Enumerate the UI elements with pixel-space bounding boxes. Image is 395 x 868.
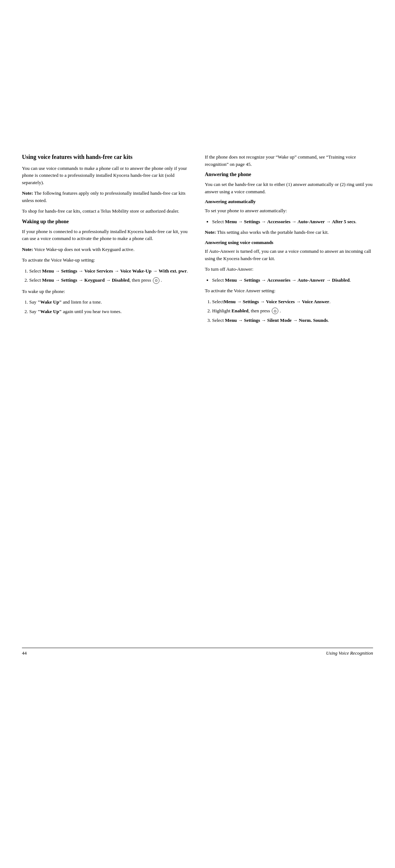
page: Using voice features with hands-free car… (0, 0, 395, 868)
step1-voiceservices: Voice Services (84, 268, 113, 274)
wake-step2-bold: "Wake Up" (38, 309, 62, 314)
section-voice-features-body1: You can use voice commands to make a pho… (22, 165, 190, 186)
wake-step1-bold: "Wake Up" (38, 299, 62, 305)
section-waking-up: Waking up the phone If your phone is con… (22, 218, 190, 315)
answering-auto-bullet: Select Menu → Settings → Accessories → A… (212, 218, 373, 225)
auto-after5secs: After 5 secs (332, 219, 356, 224)
section-waking-body1: If your phone is connected to a professi… (22, 228, 190, 242)
answering-phone-body: You can set the hands-free car kit to ei… (205, 181, 373, 195)
ok-button-icon: ⊙ (153, 277, 159, 284)
section-waking-note1: Note: Voice Wake-up does not work with K… (22, 246, 190, 253)
section-answering-auto: Answering automatically To set your phon… (205, 199, 373, 236)
wake-step-2: Say "Wake Up" again until you hear two t… (29, 308, 190, 315)
left-column: Using voice features with hands-free car… (22, 153, 190, 319)
note1-text: The following features apply only to pro… (22, 190, 185, 203)
turn-off-intro: To turn off Auto-Answer: (205, 266, 373, 273)
right-column: If the phone does not recognize your “Wa… (205, 153, 373, 328)
step1-settings: Settings (61, 268, 77, 274)
step2-keyguard: Keyguard (84, 277, 105, 283)
auto-note-text: This setting also works wih the portable… (216, 229, 328, 235)
auto-settings: Settings (244, 219, 260, 224)
footer-page-number: 44 (22, 650, 27, 656)
answering-auto-title: Answering automatically (205, 199, 373, 205)
section-answering-phone: Answering the phone You can set the hand… (205, 171, 373, 195)
ok-button-icon2: ⊙ (272, 308, 278, 314)
waking-step-1: Select Menu → Settings → Voice Services … (29, 267, 190, 275)
off-menu: Menu (225, 277, 237, 283)
two-column-layout: Using voice features with hands-free car… (22, 153, 373, 328)
step2-menu: Menu (42, 277, 54, 283)
vs3-silentmode: Silent Mode (267, 317, 292, 323)
auto-note-label: Note: (205, 229, 216, 235)
answering-voice-title: Answering using voice commands (205, 240, 373, 246)
waking-intro: To activate the Voice Wake-up setting: (22, 256, 190, 264)
off-settings: Settings (244, 277, 260, 283)
section-waking-title: Waking up the phone (22, 218, 190, 225)
right-intro-text: If the phone does not recognize your “Wa… (205, 153, 373, 168)
auto-menu: Menu (225, 219, 237, 224)
waking-steps-list: Select Menu → Settings → Voice Services … (29, 267, 190, 284)
turn-off-list: Select Menu → Settings → Accessories → A… (212, 277, 373, 284)
voice-answer-steps: SelectMenu → Settings → Voice Services →… (212, 298, 373, 324)
step1-menu: Menu (42, 268, 54, 274)
waking-note-text: Voice Wake-up does not work with Keyguar… (33, 247, 134, 252)
auto-accessories: Accessories (267, 219, 291, 224)
section-voice-features-title: Using voice features with hands-free car… (22, 153, 190, 161)
vs1-voiceanswer: Voice Answer (302, 299, 329, 304)
content-area: Using voice features with hands-free car… (0, 0, 395, 350)
step2-disabled: Disabled (112, 277, 129, 283)
auto-autoanswer: Auto-Answer (298, 219, 325, 224)
vs1-settings: Settings (243, 299, 259, 304)
section-voice-features-body2: To shop for hands-free car kits, contact… (22, 208, 190, 215)
step2-settings: Settings (61, 277, 77, 283)
voice-step-2: Highlight Enabled, then press ⊙ . (212, 307, 373, 315)
voice-step-1: SelectMenu → Settings → Voice Services →… (212, 298, 373, 305)
footer-chapter-label: Using Voice Recognition (326, 650, 373, 656)
answering-auto-intro: To set your phone to answer automaticall… (205, 207, 373, 214)
turn-off-bullet: Select Menu → Settings → Accessories → A… (212, 277, 373, 284)
answering-phone-title: Answering the phone (205, 171, 373, 178)
waking-note-label: Note: (22, 247, 33, 252)
footer: 44 Using Voice Recognition (22, 648, 373, 656)
vs2-enabled: Enabled (232, 308, 248, 313)
wake-steps-list: Say "Wake Up" and listen for a tone. Say… (29, 298, 190, 315)
step1-withextpwr: With ext. pwr (159, 268, 187, 274)
section-answering-voice: Answering using voice commands If Auto-A… (205, 240, 373, 324)
answering-auto-list: Select Menu → Settings → Accessories → A… (212, 218, 373, 225)
vs3-settings: Settings (244, 317, 260, 323)
wake-step-1: Say "Wake Up" and listen for a tone. (29, 298, 190, 306)
answering-voice-body1: If Auto-Answer is turned off, you can us… (205, 248, 373, 262)
note1-label: Note: (22, 190, 33, 196)
waking-step-2: Select Menu → Settings → Keyguard → Disa… (29, 277, 190, 284)
off-disabled: Disabled (332, 277, 350, 283)
step1-voicewakeup: Voice Wake-Up (120, 268, 152, 274)
vs3-normsounds: Norm. Sounds (299, 317, 328, 323)
off-autoanswer: Auto-Answer (298, 277, 325, 283)
off-accessories: Accessories (267, 277, 291, 283)
activate-voice-intro: To activate the Voice Answer setting: (205, 287, 373, 294)
vs1-voiceservices: Voice Services (266, 299, 295, 304)
answering-auto-note: Note: This setting also works wih the po… (205, 229, 373, 236)
voice-step-3: Select Menu → Settings → Silent Mode → N… (212, 317, 373, 324)
wake-up-intro: To wake up the phone: (22, 288, 190, 295)
vs3-menu: Menu (225, 317, 237, 323)
section-voice-features-note1: Note: The following features apply only … (22, 190, 190, 204)
vs1-menu: Menu (224, 299, 236, 304)
section-voice-features: Using voice features with hands-free car… (22, 153, 190, 215)
